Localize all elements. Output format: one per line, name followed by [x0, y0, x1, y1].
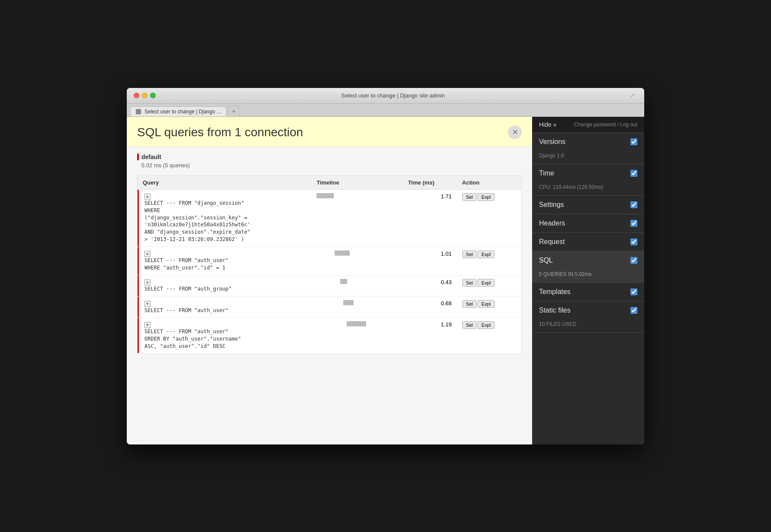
db-indicator — [137, 153, 139, 160]
main-content: SQL queries from 1 connection ✕ default … — [127, 117, 644, 444]
expand-icon[interactable]: ⤢ — [630, 92, 637, 99]
timeline-cell — [311, 189, 403, 247]
query-row-indicator — [138, 275, 139, 296]
toolbar-section-header-time: Time — [532, 164, 644, 182]
toolbar-section-header-versions: Versions — [532, 133, 644, 151]
query-cell: +SELECT ··· FROM "auth_user"WHERE "auth_… — [138, 247, 312, 275]
toolbar-section-title-versions: Versions — [539, 138, 565, 146]
toolbar-section-title-settings: Settings — [539, 201, 564, 209]
toolbar-section-static_files[interactable]: Static files10 FILES USED — [532, 301, 644, 333]
expl-button[interactable]: Expl — [477, 279, 494, 287]
toolbar-section-header-templates: Templates — [532, 283, 644, 301]
column-action: Action — [457, 175, 522, 189]
toolbar-section-header-settings: Settings — [532, 196, 644, 214]
toolbar-section-headers[interactable]: Headers — [532, 214, 644, 233]
timeline-cell — [311, 247, 403, 275]
toolbar-section-time[interactable]: TimeCPU: 119.44ms (126.50ms) — [532, 164, 644, 196]
browser-window: Select user to change | Django site admi… — [127, 88, 644, 444]
toolbar-checkbox-versions[interactable] — [630, 138, 637, 145]
time-cell: 1.19 — [403, 318, 457, 354]
sel-button[interactable]: Sel — [462, 193, 477, 201]
action-cell: SelExpl — [457, 275, 522, 296]
time-cell: 1.01 — [403, 247, 457, 275]
toolbar-section-detail-sql: 5 QUERIES IN 5.02ms — [532, 269, 644, 282]
query-cell: +SELECT ··· FROM "auth_user"ORDER BY "au… — [138, 318, 312, 354]
action-cell: SelExpl — [457, 297, 522, 318]
toolbar-section-title-request: Request — [539, 238, 565, 246]
sel-button[interactable]: Sel — [462, 300, 477, 308]
toolbar-checkbox-time[interactable] — [630, 170, 637, 177]
toolbar-section-request[interactable]: Request — [532, 233, 644, 251]
panel-title: SQL queries from 1 connection — [137, 125, 303, 139]
close-panel-button[interactable]: ✕ — [508, 125, 522, 139]
query-row-indicator — [138, 247, 139, 275]
column-query: Query — [138, 175, 312, 189]
query-text: SELECT ··· FROM "auth_user"WHERE "auth_u… — [144, 257, 306, 272]
db-name: default — [137, 153, 522, 160]
expand-query-button[interactable]: + — [144, 322, 150, 328]
toolbar-section-header-sql: SQL — [532, 251, 644, 269]
toolbar-checkbox-request[interactable] — [630, 238, 637, 245]
toolbar-section-header-request: Request — [532, 233, 644, 251]
toolbar-section-detail-versions: Django 1.6 — [532, 151, 644, 164]
password-link[interactable]: Change password / Log out — [574, 122, 637, 128]
query-text: SELECT ··· FROM "auth_user"ORDER BY "aut… — [144, 328, 306, 350]
minimize-traffic-light[interactable] — [142, 93, 147, 98]
expl-button[interactable]: Expl — [477, 300, 494, 308]
toolbar-checkbox-static_files[interactable] — [630, 307, 637, 314]
action-cell: SelExpl — [457, 189, 522, 247]
timeline-cell — [311, 275, 403, 296]
query-table: Query Timeline Time (ms) Action +SELECT … — [137, 175, 522, 354]
right-panel: Hide » Change password / Log out Version… — [532, 117, 644, 444]
query-cell: +SELECT ··· FROM "django_session"WHERE("… — [138, 189, 312, 247]
toolbar-section-sql[interactable]: SQL5 QUERIES IN 5.02ms — [532, 251, 644, 283]
action-cell: SelExpl — [457, 247, 522, 275]
query-row-indicator — [138, 297, 139, 317]
panel-header: SQL queries from 1 connection ✕ — [127, 117, 532, 147]
close-traffic-light[interactable] — [134, 93, 139, 98]
table-row: +SELECT ··· FROM "django_session"WHERE("… — [138, 189, 522, 247]
toolbar-section-settings[interactable]: Settings — [532, 196, 644, 214]
query-cell: +SELECT ··· FROM "auth_group" — [138, 275, 312, 296]
tab-bar: Select user to change | Django ... + — [127, 104, 644, 117]
toolbar-section-title-static_files: Static files — [539, 307, 570, 314]
query-text: SELECT ··· FROM "auth_group" — [144, 285, 306, 293]
expand-query-button[interactable]: + — [144, 279, 150, 285]
table-row: +SELECT ··· FROM "auth_user"0.68SelExpl — [138, 297, 522, 318]
toolbar-checkbox-sql[interactable] — [630, 257, 637, 264]
toolbar-section-header-static_files: Static files — [532, 301, 644, 319]
active-tab[interactable]: Select user to change | Django ... — [130, 106, 226, 116]
toolbar-checkbox-settings[interactable] — [630, 201, 637, 208]
sel-button[interactable]: Sel — [462, 279, 477, 287]
toolbar-section-templates[interactable]: Templates — [532, 283, 644, 301]
time-cell: 0.43 — [403, 275, 457, 296]
db-stats: 5.02 ms (5 queries) — [141, 162, 522, 169]
query-text: SELECT ··· FROM "django_session"WHERE("d… — [144, 200, 306, 243]
traffic-lights — [134, 93, 156, 98]
toolbar-section-versions[interactable]: VersionsDjango 1.6 — [532, 133, 644, 164]
expand-query-button[interactable]: + — [144, 301, 150, 307]
left-panel: SQL queries from 1 connection ✕ default … — [127, 117, 532, 444]
expl-button[interactable]: Expl — [477, 250, 494, 258]
new-tab-button[interactable]: + — [228, 106, 239, 116]
expl-button[interactable]: Expl — [477, 321, 494, 329]
query-row-indicator — [138, 190, 139, 247]
tab-label: Select user to change | Django ... — [144, 109, 221, 115]
expand-query-button[interactable]: + — [144, 194, 150, 200]
expl-button[interactable]: Expl — [477, 193, 494, 201]
toolbar-section-header-headers: Headers — [532, 214, 644, 232]
db-section: default 5.02 ms (5 queries) — [127, 147, 532, 175]
toolbar-checkbox-templates[interactable] — [630, 288, 637, 295]
timeline-cell — [311, 318, 403, 354]
expand-query-button[interactable]: + — [144, 251, 150, 257]
maximize-traffic-light[interactable] — [150, 93, 156, 98]
time-cell: 0.68 — [403, 297, 457, 318]
toolbar-sections: VersionsDjango 1.6TimeCPU: 119.44ms (126… — [532, 133, 644, 333]
time-cell: 1.71 — [403, 189, 457, 247]
hide-button[interactable]: Hide » — [539, 121, 556, 128]
sel-button[interactable]: Sel — [462, 321, 477, 329]
sel-button[interactable]: Sel — [462, 250, 477, 258]
query-cell: +SELECT ··· FROM "auth_user" — [138, 297, 312, 318]
toolbar-checkbox-headers[interactable] — [630, 220, 637, 227]
query-row-indicator — [138, 318, 139, 353]
